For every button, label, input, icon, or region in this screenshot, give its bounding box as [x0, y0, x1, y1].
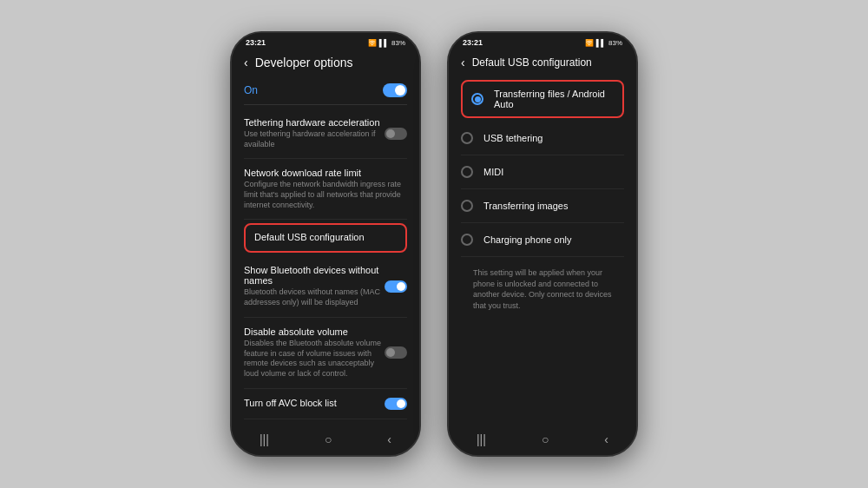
settings-item-1[interactable]: Network download rate limit Configure th… [244, 159, 407, 220]
settings-item-row-5: Turn off AVC block list [244, 398, 407, 410]
battery-left: 83% [391, 39, 405, 47]
status-bar-right: 23:21 🛜 ▌▌ 83% [449, 33, 636, 49]
settings-text-5: Turn off AVC block list [244, 398, 385, 410]
radio-item-0[interactable]: Transferring files / Android Auto [461, 80, 624, 118]
nav-home-left[interactable]: ○ [325, 432, 332, 446]
page-title-right: Default USB configuration [472, 56, 592, 69]
radio-label-0: Transferring files / Android Auto [494, 89, 614, 109]
settings-title-5: Turn off AVC block list [244, 398, 385, 408]
settings-item-3[interactable]: Show Bluetooth devices without names Blu… [244, 256, 407, 317]
signal-icon: ▌▌ [379, 39, 389, 47]
phone-left-screen: 23:21 🛜 ▌▌ 83% ‹ Developer options On [232, 33, 419, 455]
radio-circle-2 [461, 166, 473, 178]
radio-list[interactable]: Transferring files / Android Auto USB te… [449, 76, 636, 425]
radio-circle-4 [461, 234, 473, 246]
phone-left: 23:21 🛜 ▌▌ 83% ‹ Developer options On [230, 31, 421, 457]
settings-title-1: Network download rate limit [244, 168, 407, 178]
time-right: 23:21 [463, 38, 483, 47]
settings-item-row-3: Show Bluetooth devices without names Blu… [244, 265, 407, 307]
toggle-0[interactable] [385, 128, 407, 140]
page-header-left: ‹ Developer options [232, 49, 419, 76]
settings-text-4: Disable absolute volume Disables the Blu… [244, 326, 385, 379]
settings-desc-0: Use tethering hardware acceleration if a… [244, 129, 385, 149]
on-label: On [244, 84, 258, 96]
settings-item-4[interactable]: Disable absolute volume Disables the Blu… [244, 318, 407, 389]
radio-label-1: USB tethering [483, 133, 542, 143]
settings-text-3: Show Bluetooth devices without names Blu… [244, 265, 385, 307]
radio-circle-1 [461, 132, 473, 144]
radio-item-4[interactable]: Charging phone only [461, 223, 624, 257]
toggle-3[interactable] [385, 280, 407, 293]
settings-item-default-usb[interactable]: Default USB configuration [244, 223, 407, 253]
radio-label-2: MIDI [483, 167, 503, 177]
status-icons-right: 🛜 ▌▌ 83% [585, 39, 622, 47]
back-button-right[interactable]: ‹ [461, 56, 465, 69]
status-icons-left: 🛜 ▌▌ 83% [368, 39, 405, 47]
time-left: 23:21 [246, 38, 266, 47]
radio-circle-0 [471, 93, 483, 105]
radio-circle-3 [461, 200, 473, 212]
page-header-right: ‹ Default USB configuration [449, 49, 636, 76]
settings-item-5[interactable]: Turn off AVC block list [244, 389, 407, 419]
wifi-icon: 🛜 [368, 39, 377, 47]
settings-item-6[interactable]: Turn off A2DP hardware offload [244, 419, 407, 425]
page-title-left: Developer options [255, 56, 353, 69]
settings-item-row-4: Disable absolute volume Disables the Blu… [244, 326, 407, 379]
settings-desc-1: Configure the network bandwidth ingress … [244, 180, 407, 210]
settings-title-0: Tethering hardware acceleration [244, 117, 385, 128]
nav-back-left[interactable]: ‹ [387, 432, 391, 446]
signal-icon-right: ▌▌ [596, 39, 606, 47]
nav-bar-right: ||| ○ ‹ [449, 425, 636, 455]
phone-right: 23:21 🛜 ▌▌ 83% ‹ Default USB configurati… [447, 31, 638, 457]
toggle-4[interactable] [385, 346, 407, 359]
radio-label-3: Transferring images [483, 201, 568, 211]
nav-home-right[interactable]: ○ [542, 432, 549, 446]
settings-title-3: Show Bluetooth devices without names [244, 265, 385, 286]
settings-title-2: Default USB configuration [254, 232, 397, 242]
radio-item-2[interactable]: MIDI [461, 155, 624, 189]
phone-right-screen: 23:21 🛜 ▌▌ 83% ‹ Default USB configurati… [449, 33, 636, 455]
nav-recent-left[interactable]: ||| [260, 432, 269, 446]
toggle-5[interactable] [385, 398, 407, 410]
settings-desc-3: Bluetooth devices without names (MAC add… [244, 287, 385, 307]
settings-item-row-0: Tethering hardware acceleration Use teth… [244, 117, 407, 149]
on-toggle-switch[interactable] [383, 83, 407, 97]
settings-title-4: Disable absolute volume [244, 326, 385, 337]
usb-info-text: This setting will be applied when your p… [461, 257, 624, 321]
screen-content-left[interactable]: On Tethering hardware acceleration Use t… [232, 76, 419, 425]
on-toggle-row[interactable]: On [244, 76, 407, 105]
nav-back-right[interactable]: ‹ [604, 432, 608, 446]
status-bar-left: 23:21 🛜 ▌▌ 83% [232, 33, 419, 49]
radio-item-3[interactable]: Transferring images [461, 189, 624, 223]
settings-item-0[interactable]: Tethering hardware acceleration Use teth… [244, 109, 407, 159]
nav-bar-left: ||| ○ ‹ [232, 425, 419, 455]
wifi-icon-right: 🛜 [585, 39, 594, 47]
battery-right: 83% [608, 39, 622, 47]
settings-text-0: Tethering hardware acceleration Use teth… [244, 117, 385, 149]
radio-label-4: Charging phone only [483, 234, 572, 245]
back-button-left[interactable]: ‹ [244, 56, 248, 69]
settings-desc-4: Disables the Bluetooth absolute volume f… [244, 339, 385, 379]
radio-item-1[interactable]: USB tethering [461, 122, 624, 155]
nav-recent-right[interactable]: ||| [477, 432, 486, 446]
